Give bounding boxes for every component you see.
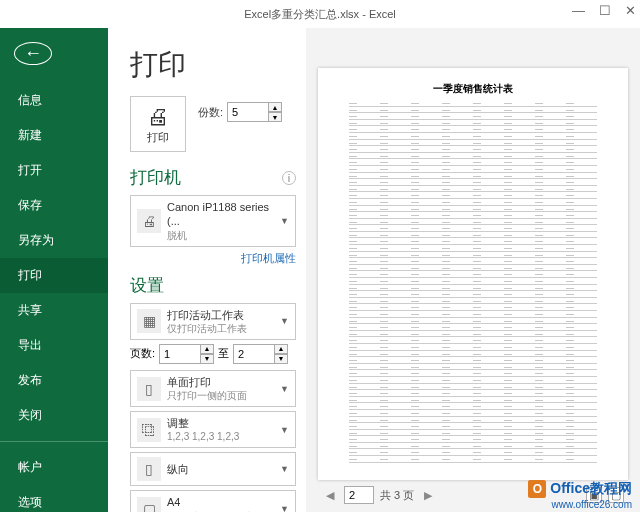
pager-next[interactable]: ▶	[420, 487, 436, 504]
minimize-button[interactable]: —	[572, 4, 585, 17]
print-button[interactable]: 🖨 打印	[130, 96, 186, 152]
pages-to-label: 至	[218, 346, 229, 361]
paper-icon: ▢	[137, 497, 161, 512]
sidebar-item-info[interactable]: 信息	[0, 83, 108, 118]
pages-to-down[interactable]: ▼	[274, 354, 288, 364]
printer-name: Canon iP1188 series (...	[167, 200, 280, 229]
window-controls: — ☐ ✕	[572, 4, 636, 17]
maximize-button[interactable]: ☐	[599, 4, 611, 17]
chevron-down-icon: ▼	[280, 425, 289, 435]
chevron-down-icon: ▼	[280, 216, 289, 226]
page-title: 打印	[130, 46, 296, 84]
copies-up[interactable]: ▲	[268, 102, 282, 112]
sidebar-item-export[interactable]: 导出	[0, 328, 108, 363]
printer-info-icon[interactable]: i	[282, 171, 296, 185]
sidebar-item-open[interactable]: 打开	[0, 153, 108, 188]
pages-from-input[interactable]	[159, 344, 201, 364]
orientation-select[interactable]: ▯ 纵向 ▼	[130, 452, 296, 486]
pages-from-down[interactable]: ▼	[200, 354, 214, 364]
backstage-sidebar: ← 信息 新建 打开 保存 另存为 打印 共享 导出 发布 关闭 帐户 选项	[0, 28, 108, 512]
watermark-brand: Office教程网	[550, 480, 632, 498]
sidebar-item-account[interactable]: 帐户	[0, 450, 108, 485]
chevron-down-icon: ▼	[280, 504, 289, 512]
sidebar-item-close[interactable]: 关闭	[0, 398, 108, 433]
sided-select[interactable]: ▯ 单面打印 只打印一侧的页面 ▼	[130, 370, 296, 407]
sidebar-item-save[interactable]: 保存	[0, 188, 108, 223]
sidebar-item-share[interactable]: 共享	[0, 293, 108, 328]
onesided-icon: ▯	[137, 377, 161, 401]
printer-status: 脱机	[167, 229, 280, 242]
watermark: O Office教程网 www.office26.com	[528, 480, 632, 498]
sidebar-item-saveas[interactable]: 另存为	[0, 223, 108, 258]
page-range-row: 页数: ▲▼ 至 ▲▼	[130, 344, 296, 364]
sidebar-item-publish[interactable]: 发布	[0, 363, 108, 398]
watermark-url: www.office26.com	[552, 499, 632, 510]
printer-device-icon: 🖨	[137, 209, 161, 233]
print-what-select[interactable]: ▦ 打印活动工作表 仅打印活动工作表 ▼	[130, 303, 296, 340]
pages-to-input[interactable]	[233, 344, 275, 364]
copies-down[interactable]: ▼	[268, 112, 282, 122]
portrait-icon: ▯	[137, 457, 161, 481]
printer-select[interactable]: 🖨 Canon iP1188 series (... 脱机 ▼	[130, 195, 296, 247]
chevron-down-icon: ▼	[280, 464, 289, 474]
window-title: Excel多重分类汇总.xlsx - Excel	[244, 7, 396, 22]
preview-doc-title: 一季度销售统计表	[349, 82, 597, 96]
close-button[interactable]: ✕	[625, 4, 636, 17]
settings-section-header: 设置	[130, 274, 296, 297]
watermark-logo: O	[528, 480, 546, 498]
collate-select[interactable]: ⿻ 调整 1,2,3 1,2,3 1,2,3 ▼	[130, 411, 296, 448]
pages-from-up[interactable]: ▲	[200, 344, 214, 354]
collate-icon: ⿻	[137, 418, 161, 442]
preview-table: ————————————————————————————————————————…	[349, 100, 597, 463]
chevron-down-icon: ▼	[280, 384, 289, 394]
sidebar-item-new[interactable]: 新建	[0, 118, 108, 153]
printer-properties-link[interactable]: 打印机属性	[130, 251, 296, 266]
print-settings-column: 打印 🖨 打印 份数: ▲ ▼	[108, 28, 306, 512]
pager-total: 共 3 页	[380, 488, 414, 503]
print-preview-column: 一季度销售统计表 ———————————————————————————————…	[306, 28, 640, 512]
pager-prev[interactable]: ◀	[322, 487, 338, 504]
sidebar-item-print[interactable]: 打印	[0, 258, 108, 293]
print-button-label: 打印	[147, 130, 169, 145]
back-button[interactable]: ←	[14, 42, 52, 65]
paper-size-select[interactable]: ▢ A4 21 厘米 x 29.7 厘米 ▼	[130, 490, 296, 512]
preview-page: 一季度销售统计表 ———————————————————————————————…	[318, 68, 628, 480]
pages-label: 页数:	[130, 346, 155, 361]
pages-to-up[interactable]: ▲	[274, 344, 288, 354]
title-bar: Excel多重分类汇总.xlsx - Excel — ☐ ✕	[0, 0, 640, 28]
copies-input[interactable]	[227, 102, 269, 122]
pager-current-input[interactable]	[344, 486, 374, 504]
printer-section-header: 打印机 i	[130, 166, 296, 189]
copies-label: 份数:	[198, 105, 223, 120]
sheets-icon: ▦	[137, 309, 161, 333]
printer-icon: 🖨	[147, 104, 169, 130]
chevron-down-icon: ▼	[280, 316, 289, 326]
sidebar-item-options[interactable]: 选项	[0, 485, 108, 512]
